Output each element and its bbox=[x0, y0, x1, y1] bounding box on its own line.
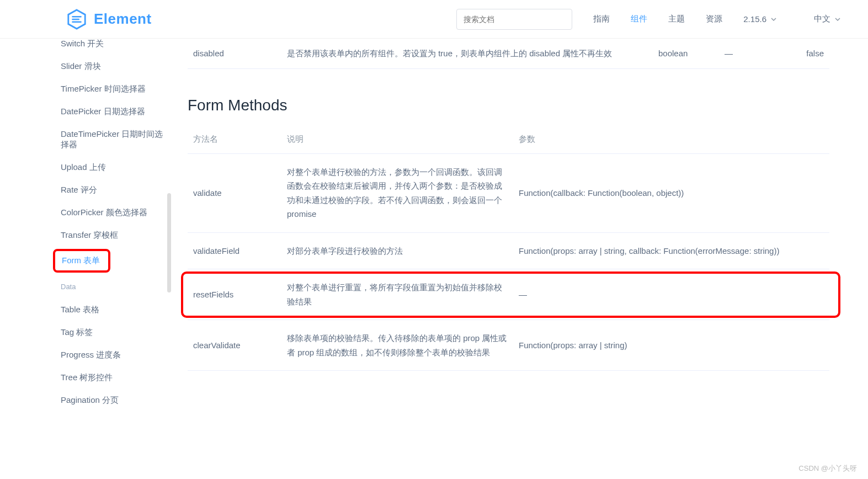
method-desc: 对整个表单进行重置，将所有字段值重置为初始值并移除校验结果 bbox=[281, 269, 513, 320]
language-dropdown[interactable]: 中文 bbox=[814, 14, 840, 24]
table-row: validate 对整个表单进行校验的方法，参数为一个回调函数。该回调函数会在校… bbox=[188, 153, 829, 232]
attr-options: — bbox=[719, 39, 785, 68]
sidebar: Switch 开关 Slider 滑块 TimePicker 时间选择器 Dat… bbox=[0, 39, 166, 423]
attributes-table: disabled 是否禁用该表单内的所有组件。若设置为 true，则表单内组件上… bbox=[188, 39, 829, 69]
table-header-row: 方法名 说明 参数 bbox=[188, 125, 829, 154]
sidebar-item-rate[interactable]: Rate 评分 bbox=[33, 179, 166, 201]
search-input[interactable] bbox=[456, 9, 572, 30]
attr-name: disabled bbox=[188, 39, 281, 68]
method-params: Function(props: array | string) bbox=[513, 320, 829, 371]
table-row: clearValidate 移除表单项的校验结果。传入待移除的表单项的 prop… bbox=[188, 320, 829, 371]
sidebar-group-data: Data bbox=[33, 275, 166, 299]
method-name: clearValidate bbox=[188, 320, 281, 371]
method-name: validateField bbox=[188, 232, 281, 269]
nav-guide[interactable]: 指南 bbox=[593, 14, 610, 24]
sidebar-item-pagination[interactable]: Pagination 分页 bbox=[33, 389, 166, 412]
sidebar-item-progress[interactable]: Progress 进度条 bbox=[33, 344, 166, 366]
sidebar-item-colorpicker[interactable]: ColorPicker 颜色选择器 bbox=[33, 201, 166, 224]
chevron-down-icon bbox=[835, 17, 840, 22]
sidebar-item-slider[interactable]: Slider 滑块 bbox=[33, 55, 166, 78]
header-nav: 指南 组件 主题 资源 2.15.6 中文 bbox=[456, 9, 857, 30]
section-title-methods: Form Methods bbox=[188, 97, 829, 114]
col-method-desc: 说明 bbox=[281, 125, 513, 154]
methods-table: 方法名 说明 参数 validate 对整个表单进行校验的方法，参数为一个回调函… bbox=[188, 125, 829, 371]
element-logo-icon bbox=[66, 9, 87, 30]
version-dropdown[interactable]: 2.15.6 bbox=[743, 14, 776, 24]
sidebar-item-upload[interactable]: Upload 上传 bbox=[33, 156, 166, 179]
table-row: disabled 是否禁用该表单内的所有组件。若设置为 true，则表单内组件上… bbox=[188, 39, 829, 68]
sidebar-item-form[interactable]: Form 表单 bbox=[53, 249, 110, 273]
logo-text: Element bbox=[94, 10, 152, 28]
table-row-highlighted: resetFields 对整个表单进行重置，将所有字段值重置为初始值并移除校验结… bbox=[188, 269, 829, 320]
method-desc: 移除表单项的校验结果。传入待移除的表单项的 prop 属性或者 prop 组成的… bbox=[281, 320, 513, 371]
language-label: 中文 bbox=[814, 14, 830, 24]
sidebar-item-table[interactable]: Table 表格 bbox=[33, 299, 166, 321]
attr-type: boolean bbox=[653, 39, 719, 68]
attr-default: false bbox=[785, 39, 829, 68]
sidebar-item-tag[interactable]: Tag 标签 bbox=[33, 321, 166, 344]
table-row: validateField 对部分表单字段进行校验的方法 Function(pr… bbox=[188, 232, 829, 269]
method-desc: 对整个表单进行校验的方法，参数为一个回调函数。该回调函数会在校验结束后被调用，并… bbox=[281, 153, 513, 232]
logo[interactable]: Element bbox=[66, 9, 152, 30]
chevron-down-icon bbox=[771, 17, 776, 22]
nav-resource[interactable]: 资源 bbox=[706, 14, 722, 24]
method-name: resetFields bbox=[188, 269, 281, 320]
method-name: validate bbox=[188, 153, 281, 232]
sidebar-item-datetimepicker[interactable]: DateTimePicker 日期时间选择器 bbox=[33, 123, 166, 156]
sidebar-item-tree[interactable]: Tree 树形控件 bbox=[33, 366, 166, 389]
layout: Switch 开关 Slider 滑块 TimePicker 时间选择器 Dat… bbox=[0, 39, 868, 423]
method-desc: 对部分表单字段进行校验的方法 bbox=[281, 232, 513, 269]
method-params: Function(props: array | string, callback… bbox=[513, 232, 829, 269]
col-method-name: 方法名 bbox=[188, 125, 281, 154]
sidebar-item-switch[interactable]: Switch 开关 bbox=[33, 39, 166, 55]
method-params: — bbox=[513, 269, 829, 320]
nav-theme[interactable]: 主题 bbox=[668, 14, 685, 24]
col-method-params: 参数 bbox=[513, 125, 829, 154]
nav-component[interactable]: 组件 bbox=[631, 14, 647, 24]
content: disabled 是否禁用该表单内的所有组件。若设置为 true，则表单内组件上… bbox=[166, 39, 868, 423]
header: Element 指南 组件 主题 资源 2.15.6 中文 bbox=[0, 0, 868, 39]
method-params: Function(callback: Function(boolean, obj… bbox=[513, 153, 829, 232]
sidebar-scrollbar[interactable] bbox=[167, 193, 171, 292]
version-label: 2.15.6 bbox=[743, 14, 766, 24]
sidebar-item-datepicker[interactable]: DatePicker 日期选择器 bbox=[33, 100, 166, 123]
sidebar-item-timepicker[interactable]: TimePicker 时间选择器 bbox=[33, 78, 166, 100]
attr-desc: 是否禁用该表单内的所有组件。若设置为 true，则表单内组件上的 disable… bbox=[281, 39, 653, 68]
sidebar-item-transfer[interactable]: Transfer 穿梭框 bbox=[33, 224, 166, 247]
